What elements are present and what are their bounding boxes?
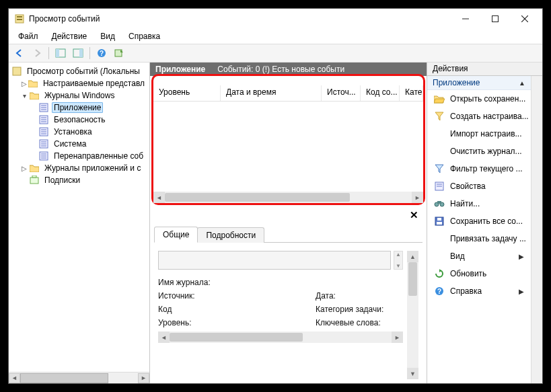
events-grid-body[interactable] [153,102,423,192]
menubar: Файл Действие Вид Справка [9,29,542,44]
folder-icon [29,90,40,101]
minimize-button[interactable] [451,9,480,29]
svg-text:?: ? [100,50,104,57]
app-icon [14,13,25,24]
tree-log-system[interactable]: Система [11,138,149,150]
tree-log-security[interactable]: Безопасность [11,114,149,126]
action-attach-task[interactable]: Привязать задачу ... [427,230,531,247]
tree-custom-views[interactable]: ▷ Настраиваемые представл [11,77,149,89]
funnel-icon [434,111,445,122]
action-view-submenu[interactable]: Вид ▶ [427,247,531,265]
details-horizontal-scrollbar[interactable]: ◄► [158,331,403,343]
main-content: Просмотр событий (Локальны ▷ Настраиваем… [9,63,542,383]
folder-icon [29,163,40,173]
tree-log-application[interactable]: Приложение [11,102,149,114]
expand-icon[interactable]: ▷ [20,165,29,172]
folder-icon [28,78,38,89]
details-vertical-scrollbar[interactable]: ▲▼ [407,251,418,379]
refresh-icon [434,268,445,279]
help-icon: ? [434,286,445,297]
action-find[interactable]: Найти... [427,195,531,212]
action-save-all-events[interactable]: Сохранить все со... [427,212,531,230]
svg-rect-4 [492,16,499,22]
subscriptions-icon [29,175,40,186]
forward-button[interactable] [29,46,45,61]
menu-help[interactable]: Справка [122,30,167,42]
svg-rect-35 [30,178,38,184]
events-grid: Уровень Дата и время Источ... Код со... … [151,74,425,205]
action-filter-current-log[interactable]: Фильтр текущего ... [427,160,531,178]
eventviewer-icon [11,66,22,77]
svg-text:?: ? [437,288,441,295]
label-logname: Имя журнала: [158,278,246,287]
menu-action[interactable]: Действие [45,30,94,42]
tree-log-forwarded[interactable]: Перенаправленные соб [11,150,149,162]
show-hide-tree-button[interactable] [52,46,69,61]
col-eventid[interactable]: Код со... [361,85,400,101]
center-pane: Приложение Событий: 0 (!) Есть новые соб… [150,63,427,383]
blank-icon [434,146,445,157]
actions-group-header[interactable]: Приложение ▲ [427,76,531,90]
blank-icon [434,233,445,244]
description-scrollbar[interactable]: ▲▼ [394,251,403,270]
menu-file[interactable]: Файл [11,30,45,42]
event-description[interactable] [158,251,391,270]
details-panel: ▲▼ Имя журнала: Источник: Дата: Код Кате… [154,247,423,379]
label-level: Уровень: [158,318,246,327]
tab-details[interactable]: Подробности [197,227,264,243]
properties-icon [434,181,445,192]
svg-rect-44 [437,218,441,221]
collapse-icon[interactable]: ▾ [20,92,29,100]
action-create-custom-view[interactable]: Создать настраива... [427,108,531,125]
log-icon [38,151,49,161]
close-details-button[interactable]: ✕ [407,209,421,221]
col-source[interactable]: Источ... [322,85,361,101]
save-icon [434,216,445,227]
filter-icon [434,163,445,174]
actions-vertical-scrollbar[interactable] [531,76,542,383]
action-clear-log[interactable]: Очистить журнал... [427,143,531,160]
events-horizontal-scrollbar[interactable]: ◄► [153,192,423,203]
col-category[interactable]: Катег [400,85,423,101]
chevron-right-icon: ▶ [519,288,524,295]
toolbar: ? [9,44,542,63]
window-title: Просмотр событий [29,14,100,24]
blank-icon [434,128,445,139]
collapse-icon[interactable]: ▲ [519,79,525,87]
action-help[interactable]: ? Справка ▶ [427,282,531,300]
tree-horizontal-scrollbar[interactable]: ◄► [9,372,149,383]
binoculars-icon [434,198,445,209]
refresh-button[interactable] [111,46,127,61]
tree-log-setup[interactable]: Установка [11,126,149,138]
svg-rect-14 [13,67,21,75]
tree-subscriptions[interactable]: Подписки [11,174,149,186]
tree-root[interactable]: Просмотр событий (Локальны [11,65,149,77]
menu-view[interactable]: Вид [94,30,122,42]
tree-app-services-logs[interactable]: ▷ Журналы приложений и с [11,162,149,174]
col-level[interactable]: Уровень [153,85,221,101]
log-icon [38,102,49,113]
titlebar[interactable]: Просмотр событий [9,9,542,29]
show-hide-actions-button[interactable] [70,46,86,61]
svg-rect-41 [437,201,441,204]
log-title: Приложение [155,65,205,74]
col-datetime[interactable]: Дата и время [221,85,322,101]
expand-icon[interactable]: ▷ [20,80,28,87]
open-folder-icon [434,93,445,104]
action-refresh[interactable]: Обновить [427,265,531,282]
tree-pane: Просмотр событий (Локальны ▷ Настраиваем… [9,63,150,383]
log-subtitle: Событий: 0 (!) Есть новые событи [217,65,344,74]
action-open-saved-log[interactable]: Открыть сохранен... [427,90,531,108]
svg-rect-8 [56,49,59,57]
details-tabs: Общие Подробности [154,223,423,243]
tree-windows-logs[interactable]: ▾ Журналы Windows [11,89,149,102]
action-import-custom-view[interactable]: Импорт настраив... [427,125,531,143]
action-properties[interactable]: Свойства [427,178,531,195]
maximize-button[interactable] [480,9,510,29]
label-date: Дата: [316,291,403,301]
back-button[interactable] [11,46,28,61]
svg-rect-2 [17,19,22,20]
close-button[interactable] [510,9,540,29]
help-button[interactable]: ? [94,46,110,61]
tab-general[interactable]: Общие [154,227,198,243]
